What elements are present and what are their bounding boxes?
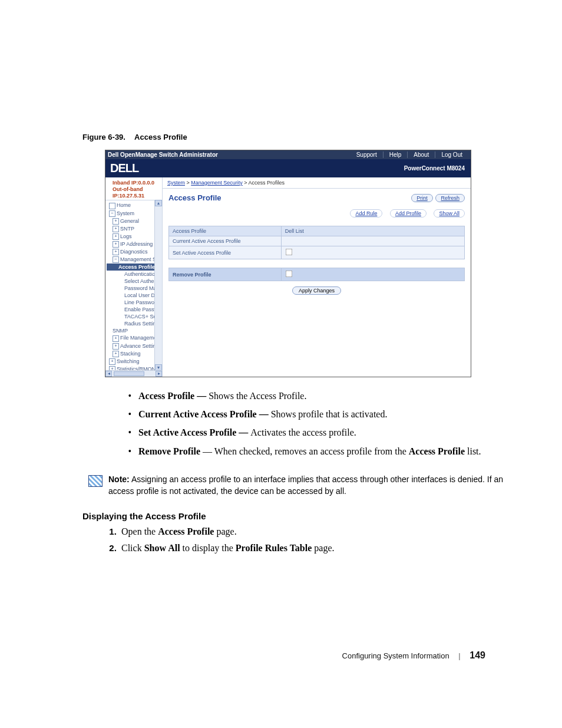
tree-item-label: IP Addressing [120, 241, 153, 247]
tree-item-label: Stacking [120, 351, 141, 357]
expand-icon[interactable]: + [113, 233, 119, 240]
add-rule-link[interactable]: Add Rule [350, 209, 382, 218]
scroll-left-arrow-icon[interactable]: ◂ [105, 371, 112, 377]
row-current-active: Current Active Access Profile [169, 236, 282, 246]
tree-item-label: System [117, 210, 134, 216]
remove-table: Remove Profile [168, 268, 465, 281]
expand-icon[interactable]: + [113, 351, 119, 357]
add-profile-link[interactable]: Add Profile [390, 209, 427, 218]
remove-profile-checkbox[interactable] [285, 271, 292, 278]
node-icon[interactable] [109, 203, 115, 209]
footer-separator-icon: | [451, 651, 467, 660]
horizontal-scrollbar[interactable]: ◂ ▸ [105, 370, 162, 377]
tree-item[interactable]: Enable Password [107, 306, 162, 313]
list-item: Set Active Access Profile — Activates th… [138, 424, 527, 440]
col-dell-list: Dell List [281, 226, 464, 236]
tree-item-label: General [120, 218, 139, 224]
tree-item-label: Home [117, 202, 131, 208]
ip-block: Inband IP:0.0.0.0 Out-of-band IP:10.27.5… [105, 177, 162, 200]
screenshot: Dell OpenManage Switch Administrator Sup… [105, 150, 471, 377]
list-item: Current Active Access Profile — Shows pr… [138, 406, 527, 422]
tree-item[interactable]: +IP Addressing [107, 241, 162, 248]
list-item: Remove Profile — When checked, removes a… [138, 443, 527, 459]
tree-item-label: SNTP [120, 226, 134, 232]
row-set-active: Set Active Access Profile [169, 246, 282, 259]
set-active-checkbox[interactable] [285, 249, 292, 256]
tree-item[interactable]: +General [107, 218, 162, 225]
figure-caption: Figure 6-39. Access Profile [82, 133, 527, 141]
vertical-scrollbar[interactable]: ▴ ▾ [154, 200, 162, 371]
outband-ip: Out-of-band IP:10.27.5.31 [113, 186, 158, 199]
tree-item[interactable]: Local User Datab [107, 292, 162, 299]
hscroll-thumb[interactable] [114, 371, 144, 376]
help-link[interactable]: Help [383, 151, 408, 158]
expand-icon[interactable]: + [113, 249, 119, 255]
row-remove-label: Remove Profile [169, 268, 282, 281]
logout-link[interactable]: Log Out [435, 151, 468, 158]
expand-icon[interactable]: + [113, 226, 119, 232]
support-link[interactable]: Support [351, 151, 383, 158]
tree-item-label: Logs [120, 233, 132, 239]
tree-item[interactable]: +Logs [107, 233, 162, 241]
crumb-leaf: Access Profiles [249, 180, 285, 186]
scroll-up-arrow-icon[interactable]: ▴ [155, 200, 162, 206]
tree-item[interactable]: +Advance Settings [107, 342, 162, 350]
dell-logo: DELL [110, 162, 138, 175]
about-link[interactable]: About [407, 151, 435, 158]
main-panel: System > Management Security > Access Pr… [163, 177, 471, 377]
brand-bar: DELL PowerConnect M8024 [105, 159, 471, 177]
model-label: PowerConnect M8024 [404, 165, 465, 172]
step-2: Click Show All to display the Profile Ru… [119, 540, 527, 556]
tree-item[interactable]: SNMP [107, 327, 162, 334]
action-links: Add Rule Add Profile Show All [168, 210, 465, 216]
tree-item[interactable]: −Management Secur [107, 256, 162, 263]
crumb-mgmtsec[interactable]: Management Security [191, 180, 243, 186]
tree-item[interactable]: Select Authentic [107, 278, 162, 285]
tree-item[interactable]: TACACS+ Settin [107, 313, 162, 320]
page-footer: Configuring System Information | 149 [35, 650, 527, 661]
footer-page-number: 149 [470, 650, 485, 660]
tree-item[interactable]: +Stacking [107, 350, 162, 358]
inband-ip: Inband IP:0.0.0.0 [113, 180, 158, 186]
collapse-icon[interactable]: − [113, 256, 119, 263]
apply-changes-button[interactable]: Apply Changes [292, 286, 341, 295]
scroll-right-arrow-icon[interactable]: ▸ [156, 371, 162, 377]
show-all-link[interactable]: Show All [434, 209, 465, 218]
tree-item-label: SNMP [113, 328, 128, 334]
tree-item[interactable]: Home [107, 202, 162, 209]
tree-item-label: Access Profiles [118, 264, 158, 270]
tree-item[interactable]: +Switching [107, 358, 162, 365]
crumb-system[interactable]: System [167, 180, 185, 186]
tree-item[interactable]: Access Profiles [107, 263, 162, 271]
tree-item[interactable]: Password Manag [107, 285, 162, 292]
step-1: Open the Access Profile page. [119, 523, 527, 539]
tree-item-label: Switching [117, 358, 140, 364]
expand-icon[interactable]: + [113, 335, 119, 342]
tree-item[interactable]: −System [107, 210, 162, 218]
page-title: Access Profile [168, 193, 222, 202]
collapse-icon[interactable]: − [109, 210, 115, 217]
tree-item[interactable]: Radius Settings [107, 320, 162, 327]
print-button[interactable]: Print [411, 194, 433, 202]
figure-title: Access Profile [134, 133, 187, 141]
breadcrumb: System > Management Security > Access Pr… [163, 177, 471, 189]
figure-number: Figure 6-39. [82, 133, 133, 141]
tree-item[interactable]: +File Management [107, 334, 162, 342]
tree-item[interactable]: +SNTP [107, 225, 162, 233]
tree-item[interactable]: Authentication Pr [107, 271, 162, 278]
window-title: Dell OpenManage Switch Administrator [108, 151, 218, 158]
note-icon [88, 475, 103, 487]
expand-icon[interactable]: + [113, 343, 119, 350]
expand-icon[interactable]: + [113, 218, 119, 225]
sidebar: Inband IP:0.0.0.0 Out-of-band IP:10.27.5… [105, 177, 163, 377]
row-set-active-val [281, 246, 464, 259]
refresh-button[interactable]: Refresh [435, 194, 465, 202]
tree-item-label: Diagnostics [120, 249, 148, 255]
steps-list: Open the Access Profile page. Click Show… [105, 523, 527, 555]
expand-icon[interactable]: + [109, 358, 115, 365]
tree-item[interactable]: Line Password [107, 299, 162, 306]
tree-item[interactable]: +Diagnostics [107, 248, 162, 256]
subheading: Displaying the Access Profile [82, 511, 527, 521]
expand-icon[interactable]: + [113, 241, 119, 248]
nav-tree: Home−System+General+SNTP+Logs+IP Address… [105, 200, 162, 377]
